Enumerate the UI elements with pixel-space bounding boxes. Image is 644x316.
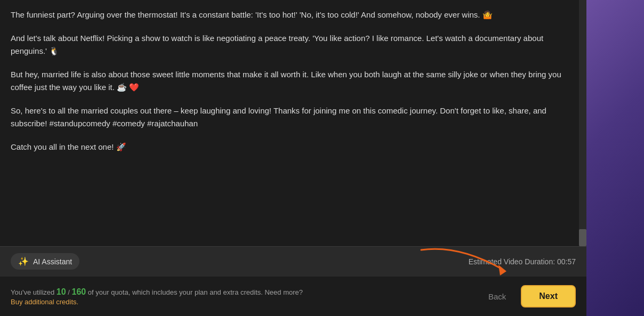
right-panel xyxy=(586,0,644,316)
quota-separator: / xyxy=(66,288,72,296)
quota-section: You've utilized 10 / 160 of your quota, … xyxy=(11,287,303,306)
quota-text-after: of your quota, which includes your plan … xyxy=(86,288,303,296)
paragraph-1: The funniest part? Arguing over the ther… xyxy=(11,9,576,21)
ai-sparkle-icon: ✨ xyxy=(18,256,29,266)
main-content: The funniest part? Arguing over the ther… xyxy=(0,0,586,316)
ai-badge: ✨ AI Assistant xyxy=(11,253,79,270)
estimated-duration: Estimated Video Duration: 00:57 xyxy=(469,257,576,266)
back-button[interactable]: Back xyxy=(480,288,514,305)
ai-assistant-label: AI Assistant xyxy=(33,257,72,266)
ai-assistant-bar: ✨ AI Assistant Estimated Video Duration:… xyxy=(0,246,586,276)
nav-buttons: Back Next xyxy=(480,285,576,307)
paragraph-3: But hey, married life is also about thos… xyxy=(11,68,576,94)
paragraph-2: And let's talk about Netflix! Picking a … xyxy=(11,32,576,58)
next-button[interactable]: Next xyxy=(521,285,576,307)
text-content: The funniest part? Arguing over the ther… xyxy=(0,0,586,173)
buy-credits-link[interactable]: Buy additional credits. xyxy=(11,298,303,306)
paragraph-4: So, here's to all the married couples ou… xyxy=(11,104,576,130)
quota-total: 160 xyxy=(71,287,86,296)
scrollbar-thumb[interactable] xyxy=(579,229,586,246)
quota-text-line: You've utilized 10 / 160 of your quota, … xyxy=(11,287,303,297)
paragraph-5: Catch you all in the next one! 🚀 xyxy=(11,141,576,153)
bottom-bar: You've utilized 10 / 160 of your quota, … xyxy=(0,276,586,316)
quota-text-before: You've utilized xyxy=(11,288,57,296)
scroll-area: The funniest part? Arguing over the ther… xyxy=(0,0,586,246)
scrollbar-track[interactable] xyxy=(579,0,586,246)
quota-used: 10 xyxy=(57,287,66,296)
